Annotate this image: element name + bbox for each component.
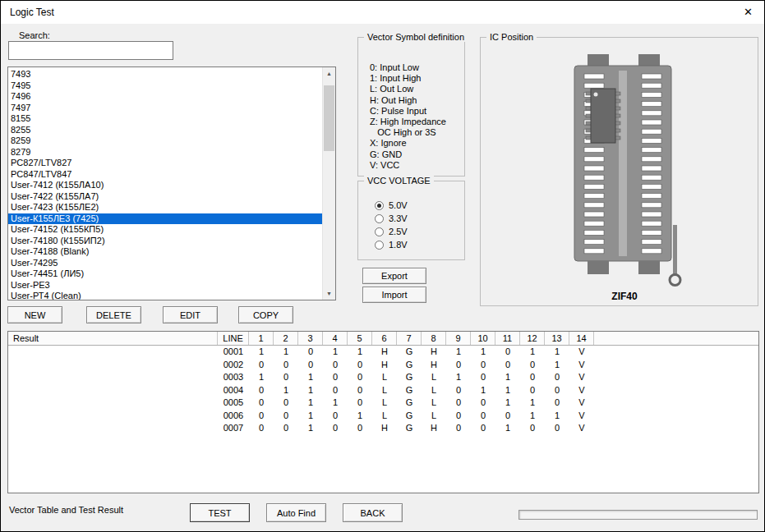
search-label: Search: — [19, 30, 50, 40]
ic-list-item[interactable]: User-74451 (ЛИ5) — [8, 268, 322, 280]
ic-list-item[interactable]: 7493 — [8, 69, 322, 80]
pin-cell: 1 — [249, 371, 274, 384]
radio-icon — [375, 214, 384, 223]
ic-list-item[interactable]: User-7423 (К155ЛЕ2) — [8, 202, 322, 213]
ic-list-item[interactable]: 7495 — [8, 80, 322, 92]
scrollbar-thumb[interactable] — [324, 85, 334, 151]
search-input[interactable] — [8, 41, 173, 60]
ic-list-item[interactable]: User-7412 (К155ЛА10) — [8, 180, 322, 191]
ic-list-item[interactable]: 8255 — [8, 125, 322, 136]
pin-cell: G — [397, 371, 422, 384]
vcc-option-5.0V[interactable]: 5.0V — [375, 199, 408, 212]
vcc-option-1.8V[interactable]: 1.8V — [375, 238, 408, 251]
auto-find-button[interactable]: Auto Find — [266, 503, 326, 522]
pin-cell: 0 — [471, 397, 495, 410]
pin-cell: 0 — [348, 359, 372, 372]
ic-list-item[interactable]: User-РЕ3 — [8, 280, 322, 291]
pin-cell: 1 — [446, 346, 471, 359]
pin-cell: G — [397, 397, 422, 410]
ic-list-item[interactable]: User-74188 (Blank) — [8, 246, 322, 258]
ic-position-group: IC Position — [480, 37, 758, 306]
ic-list-item[interactable]: 8279 — [8, 147, 322, 158]
ic-list-item[interactable]: 8259 — [8, 135, 322, 147]
pin-column-header: 12 — [520, 332, 545, 345]
edit-button[interactable]: EDIT — [163, 306, 218, 323]
line-cell: 0001 — [218, 346, 249, 359]
ic-list-item[interactable]: User-К155ЛЕ3 (7425) — [8, 213, 322, 225]
table-row[interactable]: 000401100LGL01100V — [8, 384, 758, 397]
pin-cell: 0 — [545, 384, 569, 397]
scroll-down-icon[interactable]: ▼ — [323, 287, 335, 300]
line-cell: 0006 — [218, 410, 249, 423]
delete-button[interactable]: DELETE — [86, 306, 141, 323]
result-cell — [8, 359, 218, 372]
pin-cell: 1 — [298, 371, 323, 384]
back-button[interactable]: BACK — [343, 503, 403, 522]
line-cell: 0004 — [218, 384, 249, 397]
pin-cell: V — [569, 422, 594, 435]
close-icon[interactable]: ✕ — [744, 6, 753, 18]
copy-button[interactable]: COPY — [238, 306, 293, 323]
pin-cell: 0 — [495, 410, 520, 423]
ic-list-item[interactable]: User-РТ4 (Clean) — [8, 291, 322, 300]
pin-cell: H — [422, 346, 446, 359]
ic-listbox[interactable]: 74937495749674978155825582598279PC827/LT… — [7, 66, 336, 300]
ic-list-item[interactable]: 7497 — [8, 103, 322, 114]
table-row[interactable]: 000600101LGL00011V — [8, 410, 758, 423]
scroll-up-icon[interactable]: ▲ — [323, 67, 335, 80]
result-table-header: Result LINE 1234567891011121314 — [8, 332, 758, 346]
ic-list-item[interactable]: PC847/LTV847 — [8, 169, 322, 181]
ic-list-item[interactable]: PC827/LTV827 — [8, 158, 322, 169]
pin-cell: 1 — [274, 384, 298, 397]
ic-list-item[interactable]: 7496 — [8, 91, 322, 103]
vector-symbol-group-title: Vector Symbol definition — [364, 32, 468, 42]
pin-cell: H — [372, 359, 397, 372]
vector-symbol-lines: 0: Input Low1: Input HighL: Out LowH: Ou… — [370, 62, 446, 171]
pin-cell: 0 — [249, 359, 274, 372]
line-cell: 0005 — [218, 397, 249, 410]
pin-column-header: 5 — [348, 332, 372, 345]
pin-cell: 0 — [249, 410, 274, 423]
table-row[interactable]: 000700100HGH00100V — [8, 422, 758, 435]
pin-cell: 0 — [446, 422, 471, 435]
line-cell: 0007 — [218, 422, 249, 435]
result-cell — [8, 397, 218, 410]
pin-column-header: 2 — [274, 332, 298, 345]
ic-position-group-title: IC Position — [486, 32, 537, 42]
table-row[interactable]: 000310100LGL10100V — [8, 371, 758, 384]
titlebar: Logic Test ✕ — [1, 1, 764, 24]
pin-cell: 1 — [298, 384, 323, 397]
ic-list-scrollbar[interactable]: ▲ ▼ — [322, 67, 335, 300]
pin-cell: 0 — [348, 397, 372, 410]
table-row[interactable]: 000200000HGH00001V — [8, 359, 758, 372]
result-cell — [8, 410, 218, 423]
pin-cell: 0 — [446, 359, 471, 372]
pin-cell: 0 — [446, 384, 471, 397]
vcc-option-3.3V[interactable]: 3.3V — [375, 212, 408, 225]
result-cell — [8, 346, 218, 359]
import-button[interactable]: Import — [362, 287, 426, 303]
ic-list-item[interactable]: 8155 — [8, 113, 322, 125]
ic-list-item[interactable]: User-74152 (К155КП5) — [8, 224, 322, 236]
ic-list-item[interactable]: User-74180 (К155ИП2) — [8, 236, 322, 247]
pin-cell: 1 — [471, 384, 495, 397]
pin-cell: 1 — [495, 384, 520, 397]
ic-list-item[interactable]: User-7422 (К155ЛА7) — [8, 191, 322, 203]
pin-cell: 1 — [520, 346, 545, 359]
pin-cell: 1 — [495, 371, 520, 384]
test-button[interactable]: TEST — [190, 503, 250, 522]
vcc-option-2.5V[interactable]: 2.5V — [375, 225, 408, 238]
pin-cell: 0 — [348, 422, 372, 435]
new-button[interactable]: NEW — [7, 306, 62, 323]
line-cell: 0003 — [218, 371, 249, 384]
ic-list-item[interactable]: User-74295 — [8, 258, 322, 269]
pin-cell: 0 — [274, 397, 298, 410]
pin-cell: 0 — [471, 359, 495, 372]
pin-cell: G — [397, 422, 422, 435]
pin-cell: 1 — [298, 397, 323, 410]
line-column-header: LINE — [218, 332, 249, 345]
vector-symbol-line: C: Pulse Input — [370, 106, 446, 117]
table-row[interactable]: 000500110LGL00110V — [8, 397, 758, 410]
table-row[interactable]: 000111011HGH11011V — [8, 346, 758, 359]
export-button[interactable]: Export — [362, 268, 426, 284]
